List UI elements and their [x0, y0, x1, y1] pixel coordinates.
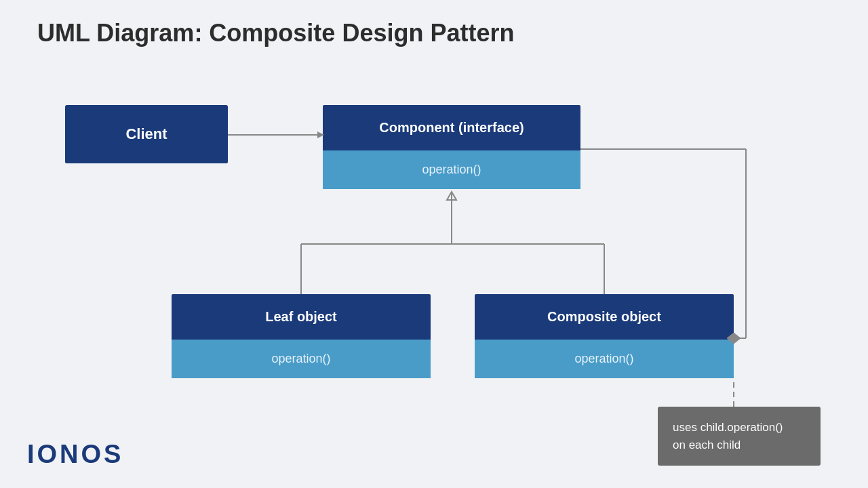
- component-body: operation(): [323, 150, 580, 189]
- tooltip-text: uses child.operation()on each child: [673, 421, 783, 451]
- component-header: Component (interface): [323, 105, 580, 150]
- client-box: Client: [65, 105, 228, 165]
- composite-header: Composite object: [475, 294, 734, 340]
- composite-body: operation(): [475, 340, 734, 378]
- page-title: UML Diagram: Composite Design Pattern: [37, 19, 514, 47]
- client-label: Client: [65, 105, 228, 163]
- ionos-logo: IONOS: [27, 440, 123, 469]
- tooltip-box: uses child.operation()on each child: [658, 407, 821, 466]
- leaf-body: operation(): [172, 340, 431, 378]
- component-box: Component (interface) operation(): [323, 105, 580, 193]
- leaf-box: Leaf object operation(): [172, 294, 431, 382]
- composite-box: Composite object operation(): [475, 294, 734, 382]
- leaf-header: Leaf object: [172, 294, 431, 340]
